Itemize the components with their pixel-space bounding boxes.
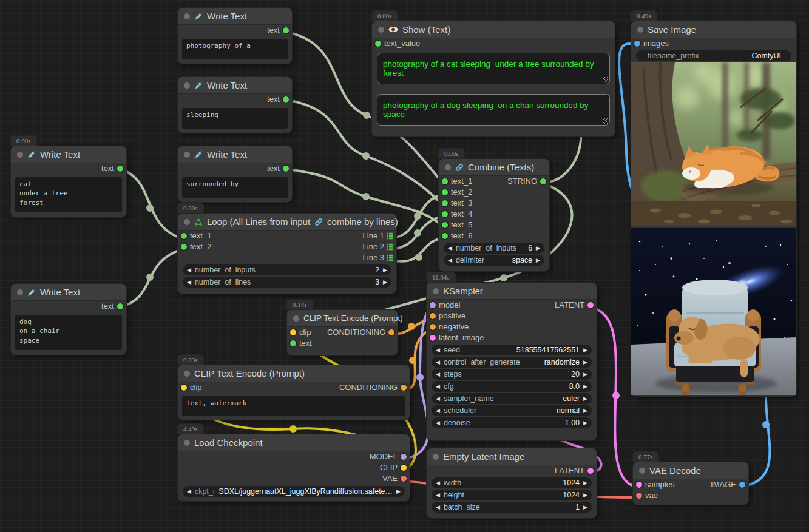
output-slot-text[interactable] bbox=[283, 166, 289, 172]
collapse-dot[interactable] bbox=[433, 454, 439, 460]
reroute-dot[interactable] bbox=[146, 204, 154, 212]
output-slot-image[interactable] bbox=[739, 482, 745, 488]
collapse-dot[interactable] bbox=[293, 315, 299, 322]
node-header[interactable]: Write Text bbox=[178, 146, 292, 163]
negative-prompt-input[interactable]: text, watermark bbox=[182, 396, 405, 416]
node-write-text-sleeping[interactable]: Write Text text sleeping bbox=[178, 77, 292, 133]
output-slot-text[interactable] bbox=[117, 303, 123, 309]
collapse-dot[interactable] bbox=[17, 152, 23, 158]
output-slot-latent[interactable] bbox=[587, 468, 594, 474]
collapse-dot[interactable] bbox=[378, 27, 384, 33]
collapse-dot[interactable] bbox=[184, 152, 190, 158]
decrement-arrow[interactable]: ◀ bbox=[436, 357, 440, 368]
node-write-text-surrounded[interactable]: Write Text text surrounded by bbox=[178, 146, 292, 202]
decrement-arrow[interactable]: ◀ bbox=[436, 381, 440, 392]
widget-delimiter[interactable]: ◀ delimiter space ▶ bbox=[444, 255, 544, 266]
node-vae-decode[interactable]: 0.77s VAE Decode samples IMAGE vae bbox=[633, 462, 748, 505]
list-output-slot-line3[interactable] bbox=[387, 255, 393, 261]
text-input[interactable]: photography of a bbox=[182, 39, 288, 59]
input-slot-samples[interactable] bbox=[636, 482, 642, 488]
widget-control-after-generate[interactable]: ◀ control_after_generate randomize ▶ bbox=[432, 357, 592, 368]
input-slot-text[interactable] bbox=[290, 340, 296, 346]
increment-arrow[interactable]: ▶ bbox=[583, 490, 587, 500]
reroute-dot[interactable] bbox=[416, 374, 424, 381]
resize-handle[interactable] bbox=[603, 77, 608, 82]
widget-denoise[interactable]: ◀ denoise 1.00 ▶ bbox=[432, 417, 592, 428]
collapse-dot[interactable] bbox=[184, 13, 190, 19]
widget-number-of-inputs[interactable]: ◀ number_of_inputs 6 ▶ bbox=[444, 243, 544, 254]
input-slot-text1[interactable] bbox=[181, 233, 187, 239]
output-slot-text[interactable] bbox=[283, 96, 289, 103]
node-graph-canvas[interactable]: { "palette":{ "wire_green":"#b2c4a8","wi… bbox=[0, 0, 809, 532]
decrement-arrow[interactable]: ◀ bbox=[436, 405, 440, 416]
increment-arrow[interactable]: ▶ bbox=[583, 357, 587, 368]
node-header[interactable]: Empty Latent Image bbox=[427, 448, 597, 465]
input-slot-text6[interactable] bbox=[442, 233, 448, 239]
text-input[interactable]: cat under a tree forest bbox=[15, 177, 122, 212]
show-text-output-1[interactable]: photography of a cat sleeping under a tr… bbox=[377, 53, 610, 84]
widget-width[interactable]: ◀ width 1024 ▶ bbox=[432, 477, 592, 488]
decrement-arrow[interactable]: ◀ bbox=[448, 255, 452, 266]
input-slot-text-value[interactable] bbox=[375, 41, 381, 47]
output-slot-vae[interactable] bbox=[401, 476, 407, 482]
widget-filename-prefix[interactable]: filename_prefix ComfyUI bbox=[636, 50, 791, 61]
list-output-slot-line1[interactable] bbox=[387, 233, 393, 240]
input-slot-vae[interactable] bbox=[636, 493, 642, 499]
node-header[interactable]: Load Checkpoint bbox=[178, 434, 410, 451]
node-header[interactable]: Write Text bbox=[11, 146, 126, 163]
output-slot-string[interactable] bbox=[540, 178, 546, 184]
node-header[interactable]: Combine (Texts) bbox=[439, 159, 549, 176]
output-slot-model[interactable] bbox=[401, 454, 407, 460]
node-header[interactable]: Write Text bbox=[178, 8, 292, 25]
collapse-dot[interactable] bbox=[445, 164, 451, 170]
widget-sampler-name[interactable]: ◀ sampler_name euler ▶ bbox=[432, 393, 592, 404]
reroute-dot[interactable] bbox=[414, 229, 421, 237]
increment-arrow[interactable]: ▶ bbox=[383, 264, 387, 275]
input-slot-text5[interactable] bbox=[442, 222, 448, 228]
reroute-dot[interactable] bbox=[362, 193, 370, 200]
increment-arrow[interactable]: ▶ bbox=[396, 486, 401, 497]
decrement-arrow[interactable]: ◀ bbox=[187, 264, 191, 275]
widget-seed[interactable]: ◀ seed 518555417562551 ▶ bbox=[432, 345, 592, 355]
widget-cfg[interactable]: ◀ cfg 8.0 ▶ bbox=[432, 381, 592, 392]
node-write-text-dog[interactable]: Write Text text dog on a chair space bbox=[11, 284, 126, 355]
reroute-dot[interactable] bbox=[409, 357, 416, 364]
decrement-arrow[interactable]: ◀ bbox=[436, 393, 440, 404]
widget-scheduler[interactable]: ◀ scheduler normal ▶ bbox=[432, 405, 592, 416]
increment-arrow[interactable]: ▶ bbox=[583, 393, 587, 404]
input-slot-latent-image[interactable] bbox=[430, 335, 436, 341]
widget-ckpt-name[interactable]: ◀ ckpt_name SDXL/juggernautXL_juggXIByRu… bbox=[183, 486, 405, 497]
decrement-arrow[interactable]: ◀ bbox=[448, 243, 452, 254]
node-clip-text-encode-positive[interactable]: 0.14s CLIP Text Encode (Prompt) clip CON… bbox=[287, 310, 398, 355]
output-slot-text[interactable] bbox=[117, 166, 123, 172]
input-slot-text4[interactable] bbox=[442, 211, 448, 217]
node-header[interactable]: VAE Decode bbox=[633, 462, 748, 479]
input-slot-model[interactable] bbox=[430, 302, 436, 308]
input-slot-text2[interactable] bbox=[181, 244, 187, 250]
list-output-slot-line2[interactable] bbox=[387, 244, 393, 251]
node-show-text[interactable]: 0.00s Show (Text) text_value photography… bbox=[372, 21, 615, 136]
increment-arrow[interactable]: ▶ bbox=[536, 243, 540, 254]
widget-number-of-inputs[interactable]: ◀ number_of_inputs 2 ▶ bbox=[183, 264, 391, 275]
increment-arrow[interactable]: ▶ bbox=[583, 381, 587, 392]
output-slot-clip[interactable] bbox=[401, 465, 407, 471]
reroute-dot[interactable] bbox=[612, 392, 620, 399]
output-slot-conditioning[interactable] bbox=[388, 329, 394, 335]
collapse-dot[interactable] bbox=[433, 288, 439, 294]
input-slot-text1[interactable] bbox=[442, 178, 448, 184]
text-input[interactable]: sleeping bbox=[182, 108, 288, 129]
decrement-arrow[interactable]: ◀ bbox=[436, 345, 440, 355]
collapse-dot[interactable] bbox=[639, 468, 645, 474]
collapse-dot[interactable] bbox=[184, 440, 190, 446]
increment-arrow[interactable]: ▶ bbox=[536, 255, 540, 266]
widget-number-of-lines[interactable]: ◀ number_of_lines 3 ▶ bbox=[183, 277, 391, 288]
reroute-dot[interactable] bbox=[415, 254, 422, 261]
increment-arrow[interactable]: ▶ bbox=[383, 277, 387, 288]
node-save-image[interactable]: 0.49s Save Image images filename_prefix … bbox=[631, 21, 796, 396]
widget-batch-size[interactable]: ◀ batch_size 1 ▶ bbox=[432, 502, 592, 513]
increment-arrow[interactable]: ▶ bbox=[583, 477, 587, 488]
reroute-dot[interactable] bbox=[289, 425, 297, 433]
collapse-dot[interactable] bbox=[184, 219, 190, 225]
node-loop[interactable]: 0.00s Loop (All Lines from input combine… bbox=[178, 214, 396, 294]
resize-handle[interactable] bbox=[603, 118, 608, 124]
